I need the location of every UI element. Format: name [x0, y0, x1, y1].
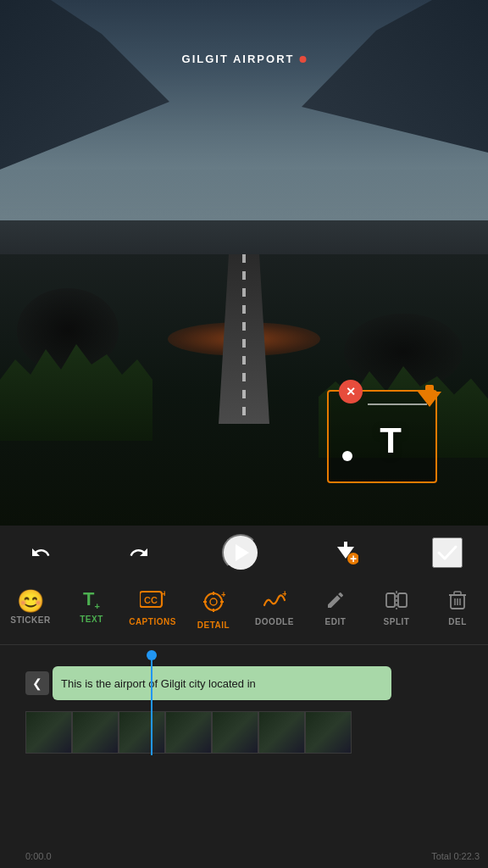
sticker-icon: 😊 — [17, 590, 44, 612]
location-dot — [299, 56, 306, 63]
tool-edit[interactable]: EDIT — [305, 587, 366, 630]
svg-text:+: + — [350, 552, 357, 565]
arrow-down-icon — [418, 392, 441, 407]
video-preview: GILGIT AIRPORT ✕ T — [0, 0, 488, 526]
video-thumb-3 — [119, 711, 165, 754]
split-icon — [385, 590, 408, 614]
playback-row: + — [0, 526, 488, 580]
tool-row: 😊 STICKER T+ TEXT CC + CAPTIONS — [0, 580, 488, 645]
location-label: GILGIT AIRPORT — [182, 53, 307, 65]
play-button[interactable] — [222, 534, 259, 571]
svg-text:CC: CC — [144, 595, 158, 605]
captions-label: CAPTIONS — [129, 617, 176, 626]
sticker-label: STICKER — [10, 615, 50, 625]
video-thumb-4 — [165, 711, 212, 754]
timeline-timestamps: 0:00.0 Total 0:22.3 — [25, 851, 480, 861]
video-thumb-1 — [25, 711, 72, 754]
split-label: SPLIT — [384, 617, 410, 626]
svg-point-8 — [210, 598, 217, 605]
confirm-button[interactable] — [432, 537, 463, 568]
timeline-area: ❮ This is the airport of Gilgit city loc… — [0, 645, 488, 868]
caption-clip-text: This is the airport of Gilgit city locat… — [61, 677, 256, 690]
captions-icon: CC + — [140, 590, 165, 614]
redo-button[interactable] — [124, 537, 154, 568]
text-overlay-t: T — [380, 420, 402, 461]
edit-label: EDIT — [325, 617, 347, 626]
tool-detail[interactable]: + DETAIL — [183, 587, 244, 633]
location-text: GILGIT AIRPORT — [182, 53, 295, 65]
delete-overlay-button[interactable]: ✕ — [339, 380, 363, 403]
text-icon: T+ — [83, 590, 100, 611]
tool-text[interactable]: T+ TEXT — [61, 587, 122, 627]
svg-rect-16 — [398, 593, 407, 607]
text-label: TEXT — [80, 615, 103, 624]
tool-del[interactable]: DEL — [427, 587, 488, 630]
video-thumb-5 — [212, 711, 258, 754]
caption-track: ❮ This is the airport of Gilgit city loc… — [25, 662, 488, 704]
svg-text:+: + — [221, 590, 225, 599]
undo-button[interactable] — [25, 537, 56, 568]
video-thumb-7 — [305, 711, 352, 754]
drag-handle[interactable] — [342, 451, 352, 461]
doodle-label: DOODLE — [255, 617, 294, 626]
svg-rect-20 — [454, 592, 461, 595]
redo-icon — [129, 542, 149, 563]
edit-icon — [325, 590, 346, 614]
svg-point-7 — [205, 593, 222, 610]
svg-text:+: + — [162, 590, 165, 598]
doodle-icon: + — [263, 590, 286, 614]
timeline-nav-button[interactable]: ❮ — [25, 671, 49, 695]
tool-doodle[interactable]: + DOODLE — [244, 587, 305, 630]
video-thumb-2 — [72, 711, 119, 754]
check-icon — [435, 541, 459, 565]
time-total: Total 0:22.3 — [431, 851, 480, 861]
svg-rect-1 — [344, 542, 347, 548]
bottom-controls: + 😊 STICKER T+ TEXT CC + — [0, 526, 488, 868]
svg-text:+: + — [282, 590, 286, 598]
video-thumb-6 — [258, 711, 305, 754]
undo-icon — [30, 542, 51, 563]
playhead — [151, 654, 152, 755]
del-icon — [448, 590, 467, 614]
del-label: DEL — [448, 617, 467, 626]
tool-captions[interactable]: CC + CAPTIONS — [122, 587, 183, 630]
detail-icon: + — [202, 590, 225, 617]
add-clip-icon: + — [333, 540, 358, 565]
tool-sticker[interactable]: 😊 STICKER — [0, 587, 61, 628]
play-icon — [236, 544, 249, 561]
add-clip-button[interactable]: + — [327, 534, 364, 571]
detail-label: DETAIL — [197, 620, 230, 630]
svg-rect-15 — [386, 593, 395, 607]
time-start: 0:00.0 — [25, 851, 52, 861]
video-strip — [25, 711, 488, 754]
arrow-indicator — [418, 392, 441, 407]
tool-split[interactable]: SPLIT — [366, 587, 427, 630]
caption-clip[interactable]: This is the airport of Gilgit city locat… — [53, 666, 391, 700]
